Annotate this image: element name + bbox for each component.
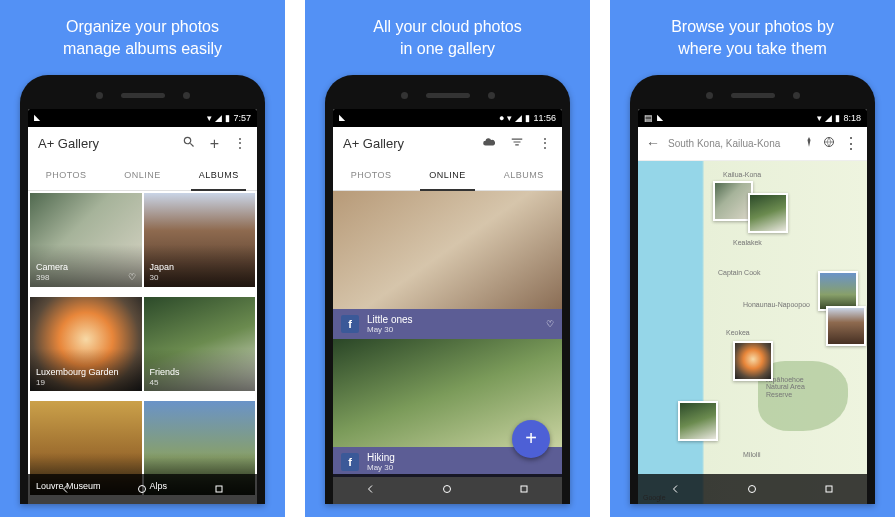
map-label: Honaunau-Napoopoo xyxy=(743,301,810,308)
album-count: 30 xyxy=(150,273,175,283)
cloud-icon[interactable] xyxy=(482,135,496,152)
search-icon[interactable] xyxy=(182,135,196,153)
panel-caption: All your cloud photos in one gallery xyxy=(373,16,522,61)
map-label: Captain Cook xyxy=(718,269,760,276)
nav-back-icon[interactable] xyxy=(670,483,682,495)
nav-back-icon[interactable] xyxy=(365,483,377,495)
online-title: Little ones xyxy=(367,314,413,325)
online-album-little-ones[interactable]: f Little ones May 30 ♡ xyxy=(333,191,562,339)
album-count: 45 xyxy=(150,378,180,388)
online-title: Hiking xyxy=(367,452,395,463)
album-name: Luxembourg Garden xyxy=(36,367,119,377)
caption-line: manage albums easily xyxy=(63,40,222,57)
favorite-icon[interactable]: ♡ xyxy=(546,319,554,329)
panel-caption: Browse your photos by where you take the… xyxy=(671,16,834,61)
signal-icon: ◢ xyxy=(515,113,522,123)
tab-albums[interactable]: ALBUMS xyxy=(486,161,562,190)
tab-photos[interactable]: PHOTOS xyxy=(333,161,409,190)
album-friends[interactable]: Friends45 xyxy=(144,297,256,391)
promo-panel-map: Browse your photos by where you take the… xyxy=(610,0,895,517)
nav-home-icon[interactable] xyxy=(441,483,453,495)
wifi-icon: ▾ xyxy=(507,113,512,123)
map-photo-thumb[interactable] xyxy=(748,193,788,233)
facebook-icon: f xyxy=(341,315,359,333)
map-photo-thumb[interactable] xyxy=(733,341,773,381)
status-bar: ▤ ◣ ▾ ◢ ▮ 8:18 xyxy=(638,109,867,127)
album-count: 19 xyxy=(36,378,119,388)
map-app-bar: ← South Kona, Kailua-Kona ⋮ xyxy=(638,127,867,161)
signal-icon: ◢ xyxy=(825,113,832,123)
tab-online[interactable]: ONLINE xyxy=(409,161,485,190)
phone-frame: ◣ ● ▾ ◢ ▮ 11:56 A+ Gallery ⋮ PHOTOS xyxy=(325,75,570,504)
nav-indicator-icon: ◣ xyxy=(339,113,345,122)
aperture-icon[interactable] xyxy=(823,134,835,152)
app-bar: A+ Gallery ⋮ xyxy=(333,127,562,161)
nav-indicator-icon: ◣ xyxy=(34,113,40,122)
location-text: South Kona, Kailua-Kona xyxy=(668,138,795,149)
sort-icon[interactable] xyxy=(510,135,524,152)
compass-icon[interactable] xyxy=(803,134,815,152)
tab-albums[interactable]: ALBUMS xyxy=(181,161,257,190)
more-icon[interactable]: ⋮ xyxy=(843,134,859,153)
nav-bar xyxy=(638,474,867,504)
caption-line: Organize your photos xyxy=(66,18,219,35)
facebook-icon: f xyxy=(341,453,359,471)
svg-rect-1 xyxy=(216,486,222,492)
promo-panel-albums: Organize your photos manage albums easil… xyxy=(0,0,285,517)
map-canvas[interactable]: Kailua-Kona Kealakek Captain Cook Honaun… xyxy=(638,161,867,504)
nav-recent-icon[interactable] xyxy=(823,483,835,495)
phone-frame: ◣ ▾ ◢ ▮ 7:57 A+ Gallery + ⋮ PHOTOS ONLIN… xyxy=(20,75,265,504)
back-icon[interactable]: ← xyxy=(646,135,660,151)
caption-line: where you take them xyxy=(678,40,827,57)
notification-icon: ▤ xyxy=(644,113,653,123)
map-photo-thumb[interactable] xyxy=(818,271,858,311)
online-hero-image xyxy=(333,191,562,309)
album-name: Japan xyxy=(150,262,175,272)
add-icon[interactable]: + xyxy=(210,135,219,153)
fab-add-button[interactable]: + xyxy=(512,420,550,458)
svg-rect-3 xyxy=(521,486,527,492)
notification-icon: ● xyxy=(499,113,504,123)
svg-point-5 xyxy=(749,485,756,492)
app-title: A+ Gallery xyxy=(38,136,182,151)
signal-icon: ◢ xyxy=(215,113,222,123)
map-photo-thumb[interactable] xyxy=(678,401,718,441)
status-time: 8:18 xyxy=(843,113,861,123)
svg-point-0 xyxy=(139,485,146,492)
more-icon[interactable]: ⋮ xyxy=(233,135,247,153)
online-date: May 30 xyxy=(367,325,413,334)
album-luxembourg-garden[interactable]: Luxembourg Garden19 xyxy=(30,297,142,391)
favorite-icon[interactable]: ♡ xyxy=(128,272,136,282)
app-bar: A+ Gallery + ⋮ xyxy=(28,127,257,161)
online-date: May 30 xyxy=(367,463,395,472)
svg-rect-6 xyxy=(826,486,832,492)
app-title: A+ Gallery xyxy=(343,136,482,151)
album-name: Friends xyxy=(150,367,180,377)
album-japan[interactable]: Japan30 xyxy=(144,193,256,287)
more-icon[interactable]: ⋮ xyxy=(538,135,552,152)
nav-recent-icon[interactable] xyxy=(213,483,225,495)
phone-frame: ▤ ◣ ▾ ◢ ▮ 8:18 ← South Kona, Kailua-Kona… xyxy=(630,75,875,504)
svg-point-2 xyxy=(444,485,451,492)
status-bar: ◣ ▾ ◢ ▮ 7:57 xyxy=(28,109,257,127)
nav-recent-icon[interactable] xyxy=(518,483,530,495)
wifi-icon: ▾ xyxy=(817,113,822,123)
caption-line: All your cloud photos xyxy=(373,18,522,35)
nav-home-icon[interactable] xyxy=(136,483,148,495)
map-label: Milolii xyxy=(743,451,761,458)
album-camera[interactable]: Camera398 ♡ xyxy=(30,193,142,287)
caption-line: in one gallery xyxy=(400,40,495,57)
map-photo-thumb[interactable] xyxy=(826,306,866,346)
map-label: Keokea xyxy=(726,329,750,336)
battery-icon: ▮ xyxy=(835,113,840,123)
tab-photos[interactable]: PHOTOS xyxy=(28,161,104,190)
promo-panel-online: All your cloud photos in one gallery ◣ ●… xyxy=(305,0,590,517)
status-bar: ◣ ● ▾ ◢ ▮ 11:56 xyxy=(333,109,562,127)
tab-online[interactable]: ONLINE xyxy=(104,161,180,190)
status-time: 7:57 xyxy=(233,113,251,123)
nav-home-icon[interactable] xyxy=(746,483,758,495)
nav-bar xyxy=(333,474,562,504)
album-name: Camera xyxy=(36,262,68,272)
albums-grid: Camera398 ♡ Japan30 Luxembourg Garden19 … xyxy=(28,191,257,504)
map-photo-thumb[interactable] xyxy=(713,181,753,221)
